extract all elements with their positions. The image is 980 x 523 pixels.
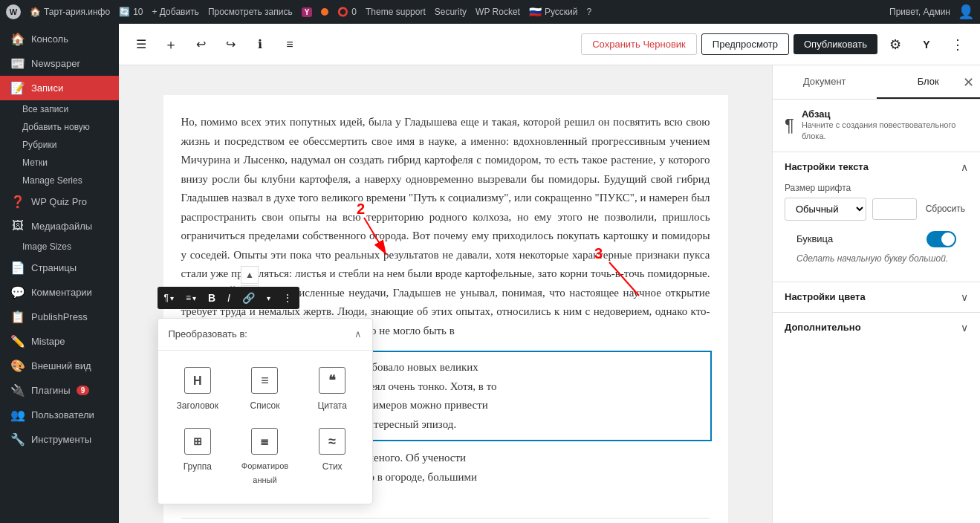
color-settings-header[interactable]: Настройки цвета ∨ — [773, 282, 980, 312]
transform-verse[interactable]: ≈ Стих — [299, 420, 366, 494]
sidebar-sub-manage-series[interactable]: Manage Series — [0, 172, 119, 189]
text-settings-chevron-icon: ∧ — [961, 161, 968, 173]
yoast-btn[interactable]: Y — [302, 7, 313, 17]
toggle-sidebar-btn[interactable]: ☰ — [128, 31, 155, 58]
publishpress-icon: 📋 — [10, 310, 25, 324]
transform-quote[interactable]: ❝ Цитата — [299, 360, 366, 420]
formatted-icon: ≣ — [251, 428, 278, 455]
publish-btn[interactable]: Опубликовать — [794, 34, 877, 54]
link-btn[interactable]: 🔗 — [237, 288, 260, 308]
flag-icon: 🇷🇺 — [529, 6, 542, 18]
sidebar-item-quiz[interactable]: ❓ WP Quiz Pro — [0, 189, 119, 214]
avatar: 👤 — [958, 4, 974, 20]
bold-btn[interactable]: B — [203, 288, 221, 308]
paragraph-marriage[interactable]: Гладышев женился на Афродите года за два… — [181, 518, 710, 524]
more-options-btn[interactable]: ⋮ — [944, 31, 971, 58]
advanced-chevron-icon: ∨ — [961, 322, 968, 334]
font-size-label: Размер шрифта — [785, 183, 851, 193]
sidebar-item-newspaper[interactable]: 📰 Newspaper — [0, 51, 119, 76]
transform-list[interactable]: ≡ Список — [231, 360, 299, 420]
help-btn[interactable]: ? — [586, 7, 591, 17]
sidebar-item-media[interactable]: 🖼 Медиафайлы — [0, 214, 119, 238]
font-size-reset-btn[interactable]: Сбросить — [923, 201, 968, 217]
tab-document[interactable]: Документ — [773, 65, 877, 99]
list-view-btn[interactable]: ≡ — [276, 31, 303, 58]
transform-formatted-label: Форматированный — [241, 459, 288, 487]
add-block-btn[interactable]: ＋ — [158, 31, 184, 58]
sidebar-item-appearance[interactable]: 🎨 Внешний вид — [0, 354, 119, 378]
more-inline-btn[interactable]: ▾ — [262, 290, 276, 306]
transform-formatted[interactable]: ≣ Форматированный — [231, 420, 299, 494]
sidebar-item-tools[interactable]: 🔧 Инструменты — [0, 427, 119, 452]
transform-heading-label: Заголовок — [177, 398, 218, 413]
updates-icon: 🔄 — [119, 7, 130, 17]
inline-more-options-btn[interactable]: ⋮ — [277, 288, 298, 308]
info-btn[interactable]: ℹ — [247, 31, 273, 58]
sidebar-item-pages[interactable]: 📄 Страницы — [0, 256, 119, 280]
transform-popup: Преобразовать в: ∧ H Заголовок ≡ Список — [158, 318, 373, 504]
pages-icon: 📄 — [10, 261, 25, 275]
editor-block-main[interactable]: Но, помимо всех этих попутных идей, была… — [163, 95, 728, 523]
scroll-up-btn[interactable]: ▲ — [241, 266, 259, 284]
font-size-section: Размер шрифта Обычный Сбросить — [773, 182, 980, 231]
media-icon: 🖼 — [10, 219, 25, 233]
settings-close-btn[interactable]: ✕ — [963, 74, 974, 91]
language-btn[interactable]: 🇷🇺 Русский — [529, 6, 578, 18]
list-icon: ≡ — [251, 367, 278, 394]
sidebar-sub-tags[interactable]: Метки — [0, 154, 119, 172]
circle-icon: ⭕ — [337, 7, 348, 17]
font-size-select[interactable]: Обычный — [785, 198, 866, 221]
sidebar-sub-image-sizes[interactable]: Image Sizes — [0, 238, 119, 256]
site-name[interactable]: 🏠 Тарт-ария.инфо — [30, 7, 110, 17]
quiz-icon: ❓ — [10, 195, 25, 209]
circle-counter[interactable]: ⭕ 0 — [337, 7, 357, 17]
sidebar-item-publishpress[interactable]: 📋 PublishPress — [0, 305, 119, 329]
dashboard-icon: 🏠 — [10, 32, 25, 46]
transform-grid: H Заголовок ≡ Список ❝ Цитата — [158, 351, 372, 504]
yoast-toolbar-btn[interactable]: Y — [913, 31, 940, 58]
dropcap-desc: Сделать начальную букву большой. — [785, 253, 968, 273]
users-icon: 👥 — [10, 408, 25, 422]
add-btn[interactable]: + Добавить — [152, 7, 199, 17]
orange-status[interactable] — [321, 8, 328, 16]
settings-gear-btn[interactable]: ⚙ — [882, 31, 909, 58]
main-layout: 🏠 Консоль 📰 Newspaper 📝 Записи Все запис… — [0, 24, 980, 523]
editor-main[interactable]: Но, помимо всех этих попутных идей, была… — [119, 65, 772, 523]
sidebar-sub-categories[interactable]: Рубрики — [0, 136, 119, 154]
italic-btn[interactable]: I — [222, 288, 236, 308]
sidebar-item-comments[interactable]: 💬 Комментарии — [0, 280, 119, 305]
text-settings-header[interactable]: Настройки текста ∧ — [773, 152, 980, 182]
transform-btn[interactable]: ¶ ▾ — [159, 289, 179, 307]
inline-chevron-down-icon: ▾ — [267, 294, 270, 302]
transform-group[interactable]: ⊞ Группа — [164, 420, 232, 494]
dropcap-toggle[interactable] — [927, 231, 956, 247]
sidebar-sub-add-new[interactable]: Добавить новую — [0, 118, 119, 136]
wp-logo-btn[interactable]: W — [6, 4, 21, 19]
chevron-down-icon: ▾ — [170, 294, 174, 302]
font-size-input[interactable] — [872, 198, 917, 220]
sidebar-item-users[interactable]: 👥 Пользователи — [0, 403, 119, 427]
inline-formatting-toolbar: ¶ ▾ ≡ ▾ B I 🔗 ▾ ⋮ — [158, 287, 299, 309]
plugins-icon: 🔌 — [10, 383, 25, 397]
sidebar-item-posts[interactable]: 📝 Записи — [0, 76, 119, 100]
transform-heading[interactable]: H Заголовок — [164, 360, 232, 420]
undo-btn[interactable]: ↩ — [187, 31, 214, 58]
sidebar-item-plugins[interactable]: 🔌 Плагины 9 — [0, 378, 119, 403]
security-btn[interactable]: Security — [435, 7, 467, 17]
redo-btn[interactable]: ↪ — [217, 31, 244, 58]
sidebar-item-dashboard[interactable]: 🏠 Консоль — [0, 27, 119, 51]
preview-btn[interactable]: Предпросмотр — [701, 33, 789, 55]
editor-content: Но, помимо всех этих попутных идей, была… — [119, 65, 980, 523]
quote-icon: ❝ — [319, 367, 345, 394]
save-draft-btn[interactable]: Сохранить Черновик — [581, 33, 697, 55]
wp-rocket-btn[interactable]: WP Rocket — [476, 7, 520, 17]
align-btn[interactable]: ≡ ▾ — [181, 289, 201, 307]
transform-close-icon[interactable]: ∧ — [354, 326, 362, 342]
sidebar-item-mistape[interactable]: ✏️ Mistape — [0, 329, 119, 354]
view-post-btn[interactable]: Просмотреть запись — [208, 7, 293, 17]
sidebar-sub-all-posts[interactable]: Все записи — [0, 100, 119, 118]
updates-btn[interactable]: 🔄 10 — [119, 7, 143, 17]
advanced-settings-header[interactable]: Дополнительно ∨ — [773, 312, 980, 342]
theme-support-btn[interactable]: Theme support — [366, 7, 426, 17]
home-icon: 🏠 — [30, 7, 41, 17]
